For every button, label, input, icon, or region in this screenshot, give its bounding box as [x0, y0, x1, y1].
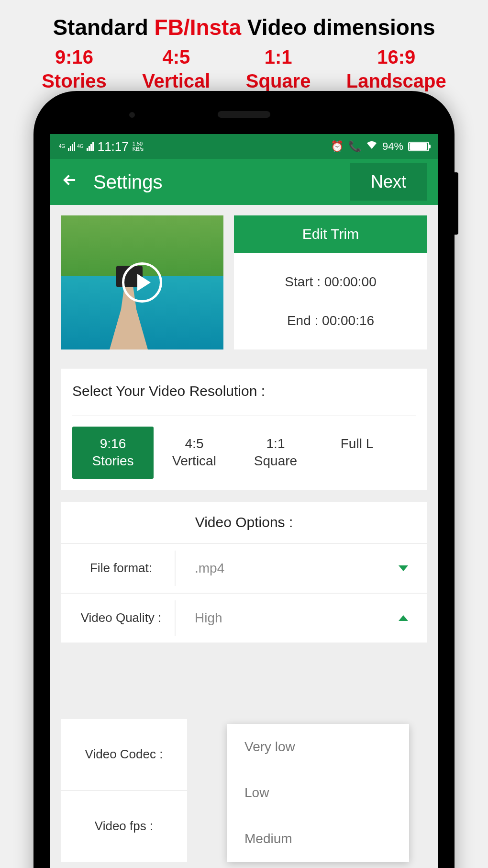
dropdown-item-low[interactable]: Low	[227, 770, 409, 816]
phone-frame: 4G 4G 11:17 1.50 KB/s ⏰ 📞 94%	[33, 91, 455, 868]
promo-ratio-value: 1:1	[246, 45, 311, 69]
phone-side-button	[455, 172, 458, 235]
app-bar: Settings Next	[50, 159, 438, 205]
status-kbs: 1.50 KB/s	[133, 141, 144, 152]
promo-title-pre: Standard	[53, 15, 154, 40]
promo-ratio-item: 9:16 Stories	[42, 45, 107, 93]
edit-trim-button[interactable]: Edit Trim	[234, 215, 427, 253]
promo-ratio-label: Landscape	[346, 69, 446, 93]
promo-ratio-label: Square	[246, 69, 311, 93]
promo-title-highlight: FB/Insta	[155, 15, 241, 40]
resolution-option-square[interactable]: 1:1 Square	[235, 427, 316, 479]
video-thumbnail[interactable]	[61, 215, 223, 349]
promo-header: Standard FB/Insta Video dimensions 9:16 …	[0, 0, 488, 98]
volte-icon: 📞	[348, 140, 361, 153]
promo-ratio-item: 16:9 Landscape	[346, 45, 446, 93]
status-net-1: 4G	[59, 144, 65, 149]
option-value: .mp4	[195, 561, 224, 576]
trim-card: Edit Trim Start : 00:00:00 End : 00:00:1…	[234, 215, 427, 349]
promo-ratio-value: 16:9	[346, 45, 446, 69]
status-bar: 4G 4G 11:17 1.50 KB/s ⏰ 📞 94%	[50, 134, 438, 159]
file-format-select[interactable]: .mp4	[176, 561, 427, 576]
trim-body: Start : 00:00:00 End : 00:00:16	[234, 253, 427, 349]
resolution-option-stories[interactable]: 9:16 Stories	[72, 427, 154, 479]
trim-end: End : 00:00:16	[287, 313, 374, 328]
video-options-title: Video Options :	[61, 502, 427, 544]
resolution-title: Select Your Video Resolution :	[72, 383, 416, 399]
option-value: High	[195, 610, 222, 626]
promo-ratios-row: 9:16 Stories 4:5 Vertical 1:1 Square 16:…	[10, 45, 478, 93]
option-label: Video Quality :	[61, 600, 176, 636]
promo-ratio-label: Stories	[42, 69, 107, 93]
resolution-option-vertical[interactable]: 4:5 Vertical	[154, 427, 235, 479]
status-net-2: 4G	[77, 144, 83, 149]
battery-pct: 94%	[382, 140, 403, 153]
promo-ratio-item: 4:5 Vertical	[142, 45, 210, 93]
video-quality-dropdown: Very low Low Medium	[227, 724, 409, 862]
option-row-video-quality: Video Quality : High	[61, 594, 427, 643]
next-button[interactable]: Next	[350, 163, 427, 201]
divider	[72, 416, 416, 416]
page-title: Settings	[93, 171, 335, 193]
trim-start: Start : 00:00:00	[285, 274, 376, 290]
dropdown-item-very-low[interactable]: Very low	[227, 724, 409, 770]
signal-icon	[87, 142, 94, 151]
battery-icon	[408, 142, 429, 151]
status-left: 4G 4G 11:17 1.50 KB/s	[59, 139, 144, 154]
video-quality-select[interactable]: High	[176, 610, 427, 626]
back-arrow-icon[interactable]	[61, 171, 79, 193]
play-icon[interactable]	[122, 262, 162, 303]
caret-down-icon	[399, 565, 408, 571]
status-right: ⏰ 📞 94%	[331, 140, 429, 153]
option-row-file-format: File format: .mp4	[61, 544, 427, 594]
signal-icon	[68, 142, 75, 151]
wifi-icon	[366, 140, 377, 153]
promo-ratio-value: 4:5	[142, 45, 210, 69]
promo-title: Standard FB/Insta Video dimensions	[10, 14, 478, 40]
status-time: 11:17	[98, 139, 129, 154]
promo-title-post: Video dimensions	[241, 15, 435, 40]
content-area: Edit Trim Start : 00:00:00 End : 00:00:1…	[50, 205, 438, 654]
top-row: Edit Trim Start : 00:00:00 End : 00:00:1…	[61, 215, 427, 349]
caret-up-icon	[399, 615, 408, 621]
dropdown-item-medium[interactable]: Medium	[227, 816, 409, 862]
promo-ratio-label: Vertical	[142, 69, 210, 93]
promo-ratio-item: 1:1 Square	[246, 45, 311, 93]
option-label: Video fps :	[61, 791, 188, 863]
resolution-options: 9:16 Stories 4:5 Vertical 1:1 Square Ful…	[72, 427, 416, 479]
option-label: Video Codec :	[61, 719, 188, 791]
phone-screen: 4G 4G 11:17 1.50 KB/s ⏰ 📞 94%	[50, 134, 438, 868]
option-label: File format:	[61, 551, 176, 586]
resolution-option-full[interactable]: Full L	[316, 427, 398, 479]
video-options-card: Video Options : File format: .mp4 Video …	[61, 502, 427, 643]
promo-ratio-value: 9:16	[42, 45, 107, 69]
option-labels-below: Video Codec : Video fps :	[61, 718, 188, 863]
alarm-icon: ⏰	[331, 140, 344, 153]
resolution-card: Select Your Video Resolution : 9:16 Stor…	[61, 369, 427, 490]
